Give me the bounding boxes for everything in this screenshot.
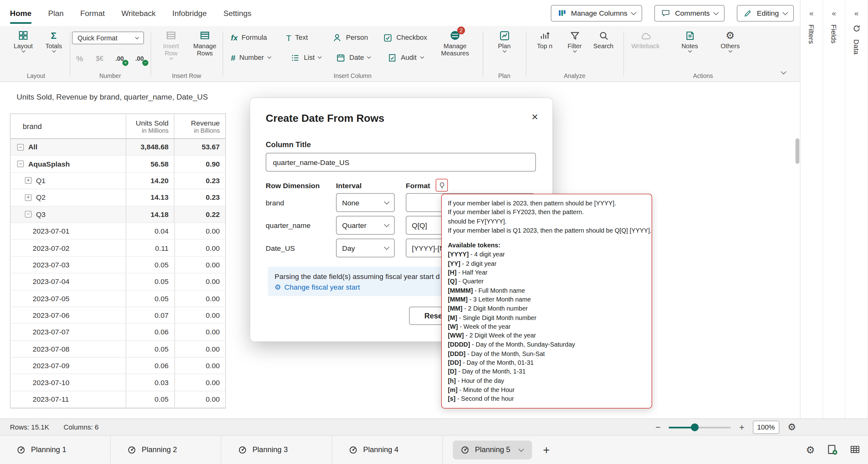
revenue-cell[interactable]: 0.00 — [175, 358, 225, 374]
units-sold-cell[interactable]: 0.05 — [126, 290, 175, 307]
menu-item[interactable]: Infobridge — [172, 0, 207, 26]
sheet-tab[interactable]: Planning 5 — [443, 435, 532, 464]
interval-select[interactable]: None — [336, 193, 395, 212]
table-row[interactable]: 2023-07-08 0.05 0.00 — [11, 341, 225, 358]
audit-button[interactable]: Audit — [388, 51, 423, 65]
units-sold-cell[interactable]: 0.05 — [126, 341, 175, 357]
sheet-tab[interactable]: Planning 4 — [332, 435, 443, 464]
revenue-cell[interactable]: 0.00 — [175, 257, 225, 273]
units-sold-cell[interactable]: 0.04 — [126, 223, 175, 239]
units-sold-cell[interactable]: 0.11 — [126, 240, 175, 256]
revenue-cell[interactable]: 0.90 — [175, 156, 225, 172]
revenue-cell[interactable]: 0.00 — [175, 307, 225, 323]
table-row[interactable]: 2023-07-02 0.11 0.00 — [11, 240, 225, 257]
brand-column-header[interactable]: brand — [11, 114, 126, 138]
units-sold-cell[interactable]: 56.58 — [126, 156, 175, 172]
layout-button[interactable]: Layout — [10, 29, 37, 52]
manage-measures-button[interactable]: 2 Manage Measures — [435, 29, 475, 57]
units-sold-cell[interactable]: 14.20 — [126, 173, 175, 189]
zoom-in-icon[interactable]: + — [739, 422, 745, 432]
comments-button[interactable]: Comments — [654, 5, 724, 21]
refresh-icon[interactable] — [852, 24, 861, 33]
manage-columns-button[interactable]: Manage Columns — [551, 5, 642, 21]
units-sold-cell[interactable]: 0.06 — [126, 324, 175, 340]
menu-item[interactable]: Format — [80, 0, 104, 26]
writeback-button[interactable]: Writeback — [628, 29, 663, 50]
expand-collapse-icon[interactable]: + — [25, 178, 32, 184]
increase-decimal-button[interactable]: .00 — [112, 51, 127, 66]
expand-panel-icon[interactable]: « — [809, 9, 814, 18]
table-row[interactable]: 2023-07-10 0.03 0.00 — [11, 374, 225, 391]
zoom-out-icon[interactable]: − — [655, 422, 661, 432]
status-settings-gear-icon[interactable]: ⚙ — [787, 421, 796, 433]
table-row[interactable]: 2023-07-04 0.05 0.00 — [11, 274, 225, 290]
interval-select[interactable]: Day — [336, 239, 395, 257]
fields-panel-tab[interactable]: « Fields — [823, 0, 845, 419]
sheet-tab[interactable]: Planning 3 — [221, 435, 332, 464]
revenue-cell[interactable]: 0.23 — [175, 173, 225, 189]
filter-button[interactable]: Filter — [562, 29, 587, 52]
menu-item[interactable]: Plan — [48, 0, 64, 26]
units-sold-cell[interactable]: 0.05 — [126, 391, 175, 408]
notes-button[interactable]: Notes — [676, 29, 703, 52]
units-sold-cell[interactable]: 3,848.68 — [126, 139, 175, 155]
filters-panel-tab[interactable]: « Filters — [800, 0, 823, 419]
decrease-decimal-button[interactable]: .00 — [132, 51, 148, 66]
units-sold-cell[interactable]: 14.18 — [126, 206, 175, 223]
table-row[interactable]: −All 3,848.68 53.67 — [11, 139, 225, 156]
expand-panel-icon[interactable]: « — [832, 9, 836, 18]
sheet-tab[interactable]: Planning 1 — [0, 435, 111, 464]
person-button[interactable]: Person — [332, 30, 368, 45]
revenue-column-header[interactable]: Revenue in Billions — [175, 114, 225, 138]
date-button[interactable]: Date — [336, 51, 370, 65]
menu-item[interactable]: Home — [10, 0, 32, 26]
format-help-button[interactable] — [436, 179, 448, 192]
column-title-input[interactable]: quarter_name-Date_US — [266, 153, 536, 172]
units-sold-cell[interactable]: 0.03 — [126, 374, 175, 391]
table-row[interactable]: −AquaSplash 56.58 0.90 — [11, 156, 225, 173]
units-sold-cell[interactable]: 0.06 — [126, 358, 175, 374]
revenue-cell[interactable]: 0.23 — [175, 189, 225, 206]
sheet-tab[interactable]: Planning 2 — [111, 435, 222, 464]
revenue-cell[interactable]: 0.00 — [175, 324, 225, 340]
revenue-cell[interactable]: 0.00 — [175, 391, 225, 408]
expand-collapse-icon[interactable]: − — [25, 211, 32, 218]
search-button[interactable]: Search — [589, 29, 618, 50]
revenue-cell[interactable]: 0.22 — [175, 206, 225, 223]
number-button[interactable]: # Number — [231, 51, 271, 65]
table-row[interactable]: +Q1 14.20 0.23 — [11, 173, 225, 189]
revenue-cell[interactable]: 0.00 — [175, 223, 225, 239]
table-row[interactable]: 2023-07-06 0.07 0.00 — [11, 307, 225, 324]
top-n-button[interactable]: Top n — [530, 29, 559, 50]
revenue-cell[interactable]: 0.00 — [175, 374, 225, 391]
quick-format-select[interactable]: Quick Format — [72, 32, 144, 44]
sheet-grid-icon[interactable] — [850, 444, 861, 455]
totals-button[interactable]: Σ Totals — [41, 29, 66, 52]
menu-item[interactable]: Settings — [223, 0, 251, 26]
table-row[interactable]: +Q2 14.13 0.23 — [11, 189, 225, 206]
checkbox-button[interactable]: Checkbox — [383, 30, 427, 45]
revenue-cell[interactable]: 0.00 — [175, 290, 225, 307]
table-row[interactable]: −Q3 14.18 0.22 — [11, 206, 225, 223]
formula-button[interactable]: fx Formula — [231, 30, 267, 45]
menu-item[interactable]: Writeback — [122, 0, 156, 26]
list-button[interactable]: List — [290, 51, 321, 65]
table-row[interactable]: 2023-07-11 0.05 0.00 — [11, 391, 225, 408]
new-sheet-icon[interactable] — [827, 444, 838, 455]
sheets-settings-gear-icon[interactable]: ⚙ — [806, 444, 815, 456]
expand-panel-icon[interactable]: « — [854, 9, 859, 18]
ribbon-collapse-button[interactable] — [782, 66, 785, 76]
table-row[interactable]: 2023-07-09 0.06 0.00 — [11, 358, 225, 374]
units-sold-column-header[interactable]: Units Sold in Millions — [126, 114, 175, 138]
plan-button[interactable]: Plan — [492, 29, 517, 52]
zoom-slider[interactable] — [669, 423, 731, 431]
add-sheet-tab-button[interactable]: + — [543, 443, 550, 457]
vertical-scrollbar-thumb[interactable] — [795, 138, 799, 164]
expand-collapse-icon[interactable]: − — [17, 161, 24, 167]
table-row[interactable]: 2023-07-05 0.05 0.00 — [11, 290, 225, 307]
table-row[interactable]: 2023-07-01 0.04 0.00 — [11, 223, 225, 240]
percent-format-button[interactable]: % — [72, 51, 88, 66]
expand-collapse-icon[interactable]: + — [25, 194, 32, 201]
currency-format-button[interactable]: $€ — [92, 51, 107, 66]
insert-row-button[interactable]: Insert Row — [158, 29, 184, 59]
